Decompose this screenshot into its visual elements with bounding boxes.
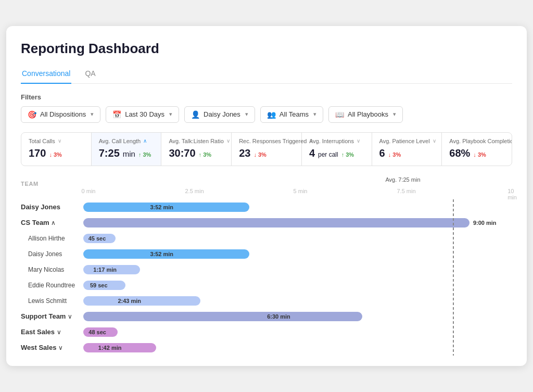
chart-row-east-sales[interactable]: East Sales ∨ 48 sec: [21, 324, 512, 340]
bar-eddie: 59 sec: [83, 280, 512, 291]
chart-row-lewis[interactable]: Lewis Schmitt 2:43 min: [21, 293, 512, 309]
metric-interruptions[interactable]: Avg. Interruptions ∨ 4 per call 3%: [302, 133, 372, 166]
metric-interruptions-change: 3%: [341, 151, 354, 158]
avg-line-label: Avg. 7:25 min: [385, 176, 420, 183]
metric-patience[interactable]: Avg. Patience Level ∨ 6 3%: [372, 133, 442, 166]
row-label-lewis: Lewis Schmitt: [21, 297, 83, 305]
chart-row-mary[interactable]: Mary Nicolas 1:17 min: [21, 262, 512, 277]
tab-conversational[interactable]: Conversational: [21, 66, 71, 84]
row-label-east-sales: East Sales ∨: [21, 328, 83, 336]
filter-person[interactable]: 👤 Daisy Jones ▾: [184, 106, 255, 123]
sort-icon: ∨: [433, 138, 436, 144]
metric-interruptions-value: 4: [309, 147, 315, 159]
bar-allison: 45 sec: [83, 233, 512, 244]
metric-playbook-change: 3%: [473, 151, 486, 158]
chart-row-daisy-jones-top[interactable]: Daisy Jones 3:52 min: [21, 199, 512, 215]
playbooks-icon: 📖: [335, 110, 344, 119]
bar-mary: 1:17 min: [83, 264, 512, 275]
chart-row-allison[interactable]: Allison Hirthe 45 sec: [21, 231, 512, 246]
metric-responses-value: 23: [239, 147, 250, 159]
metric-playbook-value: 68%: [449, 147, 470, 159]
bar-fill-daisy-indent: 3:52 min: [83, 249, 249, 259]
metric-interruptions-label: Avg. Interruptions: [309, 138, 354, 144]
bar-label-daisy-indent: 3:52 min: [150, 251, 173, 257]
metric-total-calls-change: 3%: [49, 151, 61, 158]
chevron-down-icon: ▾: [393, 111, 396, 118]
bar-west-sales: 1:42 min: [83, 342, 512, 353]
bar-fill-east-sales: 48 sec: [83, 327, 118, 337]
tab-bar: Conversational QA: [21, 66, 512, 84]
page-title: Reporting Dashboard: [21, 41, 512, 57]
metric-talk-listen[interactable]: Avg. Talk:Listen Ratio ∨ 30:70 3%: [161, 133, 232, 166]
metric-talk-listen-change: 3%: [199, 151, 211, 158]
filters-row: 🎯 All Dispositions ▾ 📅 Last 30 Days ▾ 👤 …: [21, 106, 512, 123]
bar-label-east-sales: 48 sec: [88, 329, 106, 335]
chart-section: TEAM Avg. 7:25 min 0 min 2.5 min 5 min 7…: [21, 176, 512, 356]
chart-row-support-team[interactable]: Support Team ∨ 6:30 min: [21, 309, 512, 324]
x-tick-75: 7.5 min: [397, 188, 415, 194]
tab-qa[interactable]: QA: [84, 66, 96, 84]
chevron-down-icon: ▾: [169, 111, 172, 118]
filters-label: Filters: [21, 93, 512, 101]
metric-patience-label: Avg. Patience Level: [379, 138, 430, 144]
bar-daisy-indent: 3:52 min: [83, 248, 512, 260]
filter-date[interactable]: 📅 Last 30 Days ▾: [106, 106, 179, 123]
metric-call-length-label: Avg. Call Length: [99, 138, 141, 144]
sort-icon: ∨: [226, 138, 230, 144]
metric-call-length-value: 7:25: [99, 147, 120, 159]
bar-lewis: 2:43 min: [83, 295, 512, 307]
sort-icon: ∨: [58, 138, 61, 144]
x-tick-0: 0 min: [82, 188, 96, 194]
x-tick-100: 10 min: [507, 188, 517, 200]
bar-label-eddie: 59 sec: [90, 282, 108, 288]
bar-label-daisy: 3:52 min: [150, 204, 173, 210]
bar-label-mary: 1:17 min: [93, 267, 117, 273]
main-card: Reporting Dashboard Conversational QA Fi…: [6, 26, 527, 366]
sort-up-icon: ∧: [143, 138, 147, 144]
chevron-down-icon: ▾: [245, 111, 248, 118]
filter-dispositions[interactable]: 🎯 All Dispositions ▾: [21, 106, 100, 123]
metric-playbook-label: Avg. Playbook Completion: [449, 138, 512, 144]
metric-call-length-unit: min: [123, 149, 135, 158]
metric-total-calls[interactable]: Total Calls ∨ 170 3%: [21, 133, 92, 166]
chart-row-daisy-indent[interactable]: Daisy Jones 3:52 min: [21, 246, 512, 262]
bar-fill-mary: 1:17 min: [83, 265, 140, 274]
bar-fill-west-sales: 1:42 min: [83, 343, 156, 352]
filter-playbooks[interactable]: 📖 All Playbooks ▾: [328, 106, 403, 123]
bar-support-team: 6:30 min: [83, 311, 512, 322]
bar-fill-daisy: 3:52 min: [83, 203, 249, 212]
metric-talk-listen-label: Avg. Talk:Listen Ratio: [169, 138, 223, 144]
teams-icon: 👥: [267, 110, 276, 119]
bar-label-allison: 45 sec: [88, 235, 106, 242]
chart-row-eddie[interactable]: Eddie Roundtree 59 sec: [21, 277, 512, 293]
filter-teams[interactable]: 👥 All Teams ▾: [260, 106, 323, 123]
metric-total-calls-label: Total Calls: [29, 138, 55, 144]
row-label-eddie: Eddie Roundtree: [21, 282, 83, 289]
bar-fill-lewis: 2:43 min: [83, 296, 200, 306]
dispositions-icon: 🎯: [28, 110, 36, 119]
metric-responses[interactable]: Rec. Responses Triggered ∨ 23 3%: [232, 133, 302, 166]
chart-row-west-sales[interactable]: West Sales ∨ 1:42 min: [21, 340, 512, 356]
row-label-daisy-jones: Daisy Jones: [21, 203, 83, 211]
filter-teams-label: All Teams: [280, 110, 309, 118]
filter-dispositions-label: All Dispositions: [40, 110, 86, 118]
metric-call-length[interactable]: Avg. Call Length ∧ 7:25 min 3%: [92, 133, 162, 166]
filter-playbooks-label: All Playbooks: [348, 110, 388, 118]
filter-person-label: Daisy Jones: [204, 110, 240, 118]
x-tick-50: 5 min: [294, 188, 308, 194]
chevron-down-icon: ▾: [91, 111, 94, 118]
metric-patience-value: 6: [379, 147, 385, 159]
row-label-allison: Allison Hirthe: [21, 235, 83, 242]
bar-fill-cs-team: 9:00 min: [83, 218, 469, 227]
chart-row-cs-team[interactable]: CS Team ∧ 9:00 min: [21, 215, 512, 231]
sort-icon: ∨: [357, 138, 360, 144]
x-tick-25: 2.5 min: [185, 188, 204, 194]
metric-responses-change: 3%: [253, 151, 266, 158]
row-label-support-team: Support Team ∨: [21, 312, 83, 320]
person-icon: 👤: [191, 110, 200, 119]
metrics-row: Total Calls ∨ 170 3% Avg. Call Length ∧ …: [21, 132, 512, 166]
metric-playbook[interactable]: Avg. Playbook Completion ∨ 68% 3%: [442, 133, 512, 166]
team-column-header: TEAM: [21, 181, 88, 187]
bar-fill-allison: 45 sec: [83, 234, 116, 243]
metric-interruptions-unit: per call: [318, 151, 338, 158]
